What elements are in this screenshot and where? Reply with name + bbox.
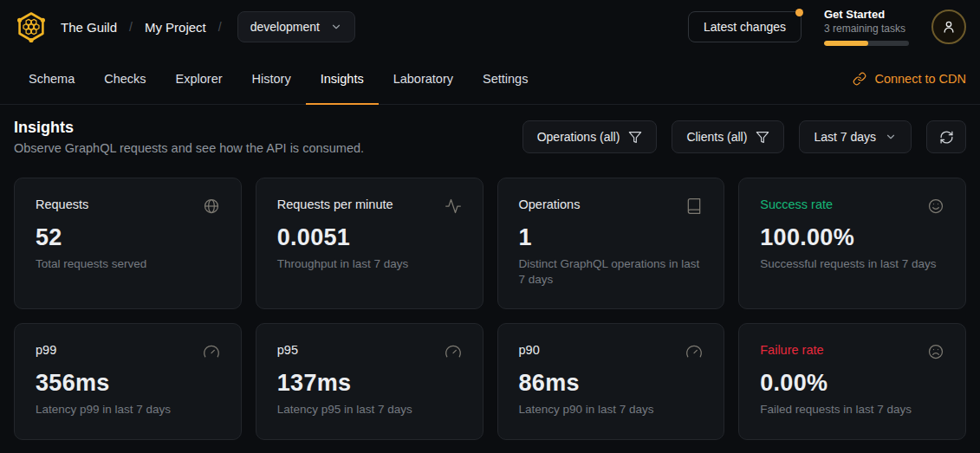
get-started-remaining-tasks: 3 remaining tasks — [824, 23, 909, 35]
page-title: Insights — [14, 119, 364, 137]
card-description: Throughput in last 7 days — [277, 256, 462, 272]
connect-to-cdn-link[interactable]: Connect to CDN — [853, 72, 966, 86]
connect-to-cdn-label: Connect to CDN — [874, 72, 966, 86]
date-range-value: Last 7 days — [814, 130, 876, 144]
insights-header: Insights Observe GraphQL requests and se… — [14, 119, 966, 155]
card-value: 100.00% — [760, 224, 944, 251]
gauge-icon — [445, 343, 462, 360]
funnel-icon — [756, 130, 769, 144]
get-started-title: Get Started — [824, 8, 909, 21]
insights-filters: Operations (all) Clients (all) Last 7 da… — [522, 120, 966, 153]
insights-title-block: Insights Observe GraphQL requests and se… — [14, 119, 364, 155]
stat-card-failure-rate: Failure rate 0.00% Failed requests in la… — [738, 323, 966, 439]
latest-changes-label: Latest changes — [704, 20, 786, 34]
operations-filter-button[interactable]: Operations (all) — [522, 120, 658, 153]
stat-card-requests-per-minute: Requests per minute 0.0051 Throughput in… — [256, 178, 484, 309]
refresh-button[interactable] — [926, 120, 966, 153]
stat-card-success-rate: Success rate 100.00% Successful requests… — [738, 178, 966, 309]
link-icon — [853, 72, 866, 86]
breadcrumb-org[interactable]: The Guild — [61, 20, 117, 35]
card-value: 137ms — [277, 370, 462, 397]
stat-card-p99: p99 356ms Latency p99 in last 7 days — [14, 323, 242, 439]
card-title: p95 — [277, 343, 298, 357]
chevron-down-icon — [885, 131, 897, 143]
breadcrumb-separator: / — [218, 20, 222, 34]
stat-card-p95: p95 137ms Latency p95 in last 7 days — [256, 323, 484, 439]
tab-insights[interactable]: Insights — [306, 54, 379, 104]
stat-card-p90: p90 86ms Latency p90 in last 7 days — [497, 323, 725, 439]
gauge-icon — [203, 343, 220, 360]
card-description: Successful requests in last 7 days — [760, 256, 944, 272]
book-icon — [685, 197, 703, 215]
tab-schema[interactable]: Schema — [14, 54, 89, 104]
nav-tabs: Schema Checks Explorer History Insights … — [14, 54, 542, 104]
breadcrumb: The Guild / My Project / development — [14, 10, 355, 44]
card-title: p90 — [519, 343, 540, 357]
card-description: Total requests served — [36, 256, 220, 272]
refresh-icon — [939, 130, 954, 145]
clients-filter-button[interactable]: Clients (all) — [672, 120, 784, 153]
globe-icon — [203, 197, 220, 215]
stat-card-operations: Operations 1 Distinct GraphQL operations… — [497, 178, 725, 309]
tab-settings[interactable]: Settings — [468, 54, 542, 104]
tab-checks[interactable]: Checks — [89, 54, 160, 104]
insights-page: Insights Observe GraphQL requests and se… — [0, 105, 980, 453]
target-selector-value: development — [250, 20, 320, 34]
stats-card-grid: Requests 52 Total requests served Reques… — [14, 178, 966, 440]
card-title: Requests — [36, 197, 88, 211]
get-started-progress-fill — [824, 41, 868, 46]
notification-dot-icon — [795, 9, 803, 16]
date-range-dropdown[interactable]: Last 7 days — [799, 120, 912, 153]
card-value: 52 — [36, 224, 220, 251]
target-selector-dropdown[interactable]: development — [237, 11, 355, 42]
card-title: Operations — [519, 197, 581, 211]
page-subtitle: Observe GraphQL requests and see how the… — [14, 141, 364, 155]
latest-changes-button[interactable]: Latest changes — [688, 11, 802, 42]
funnel-icon — [628, 130, 642, 144]
get-started-progress-bar — [824, 41, 909, 46]
tab-explorer[interactable]: Explorer — [161, 54, 237, 104]
card-description: Distinct GraphQL operations in last 7 da… — [519, 256, 704, 288]
card-description: Latency p95 in last 7 days — [277, 402, 462, 417]
card-description: Latency p99 in last 7 days — [36, 402, 220, 417]
operations-filter-label: Operations (all) — [537, 130, 620, 144]
get-started-widget[interactable]: Get Started 3 remaining tasks — [824, 8, 909, 46]
card-description: Failed requests in last 7 days — [760, 402, 944, 417]
breadcrumb-separator: / — [129, 20, 133, 34]
top-header: The Guild / My Project / development Lat… — [0, 0, 980, 54]
card-value: 0.0051 — [277, 224, 462, 251]
stat-card-requests: Requests 52 Total requests served — [14, 178, 242, 309]
activity-icon — [445, 197, 462, 215]
card-title: Success rate — [760, 197, 833, 211]
header-actions: Latest changes Get Started 3 remaining t… — [688, 8, 966, 46]
card-description: Latency p90 in last 7 days — [519, 402, 704, 417]
card-value: 1 — [519, 224, 704, 251]
breadcrumb-project[interactable]: My Project — [145, 20, 206, 35]
smile-icon — [927, 197, 944, 215]
card-value: 356ms — [36, 370, 220, 397]
card-title: Requests per minute — [277, 197, 393, 211]
card-title: Failure rate — [760, 343, 823, 357]
gauge-icon — [685, 343, 703, 360]
card-value: 0.00% — [760, 370, 944, 397]
user-icon — [941, 19, 957, 35]
chevron-down-icon — [330, 21, 342, 33]
user-avatar-button[interactable] — [931, 10, 966, 44]
card-value: 86ms — [519, 370, 704, 397]
tab-laboratory[interactable]: Laboratory — [379, 54, 468, 104]
tab-history[interactable]: History — [237, 54, 306, 104]
project-nav-tabbar: Schema Checks Explorer History Insights … — [0, 54, 980, 105]
card-title: p99 — [36, 343, 56, 357]
hive-logo-icon[interactable] — [14, 10, 49, 44]
frown-icon — [927, 343, 944, 360]
clients-filter-label: Clients (all) — [686, 130, 747, 144]
